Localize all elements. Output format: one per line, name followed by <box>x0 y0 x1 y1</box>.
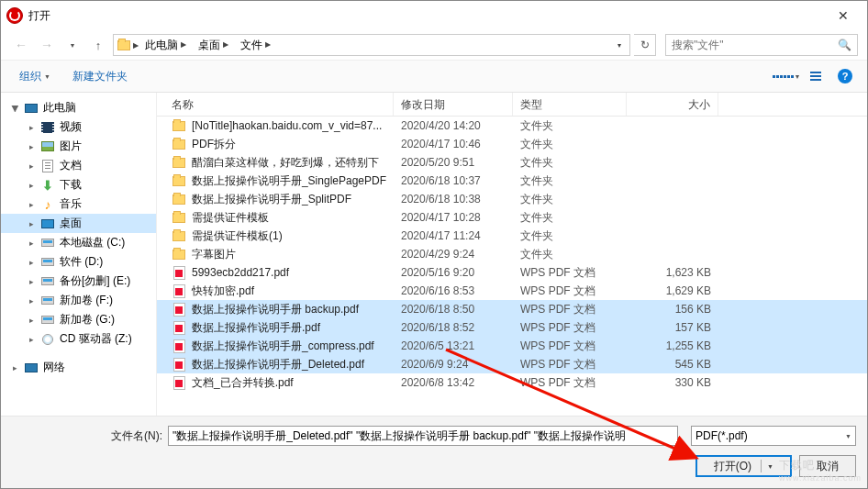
file-date: 2020/4/17 10:46 <box>394 138 513 150</box>
sidebar-item-label: 下载 <box>60 177 82 193</box>
sidebar-item[interactable]: ▸本地磁盘 (C:) <box>1 233 156 252</box>
filename-input[interactable] <box>168 426 678 446</box>
close-button[interactable]: ✕ <box>825 3 862 28</box>
folder-icon <box>172 192 186 206</box>
twisty-icon[interactable]: ▸ <box>27 200 36 209</box>
file-row[interactable]: 字幕图片2020/4/29 9:24文件夹 <box>157 245 867 263</box>
sidebar-item[interactable]: ▸⬇下载 <box>1 175 156 194</box>
pdf-icon <box>172 320 186 335</box>
sidebar-item[interactable]: ▸CD 驱动器 (Z:) <box>1 329 156 349</box>
twisty-icon[interactable]: ▸ <box>27 296 36 306</box>
sidebar-item[interactable]: ▸视频 <box>1 117 156 137</box>
sidebar-network[interactable]: ▸ 网络 <box>1 358 156 377</box>
file-pane: 名称 修改日期 类型 大小 [NoTitle]haokan.baidu.com_… <box>157 93 867 416</box>
sidebar-item[interactable]: ▸图片 <box>1 137 156 156</box>
newfolder-button[interactable]: 新建文件夹 <box>63 65 137 88</box>
twisty-icon[interactable]: ▸ <box>27 123 36 132</box>
file-row[interactable]: 数据上报操作说明手册 backup.pdf2020/6/18 8:50WPS P… <box>157 300 867 318</box>
header-date[interactable]: 修改日期 <box>394 93 513 116</box>
sidebar-thispc[interactable]: ⯆ 此电脑 <box>1 98 156 117</box>
file-date: 2020/4/17 11:24 <box>394 229 513 242</box>
sidebar-item[interactable]: ▸备份[勿删] (E:) <box>1 272 156 291</box>
sidebar-item[interactable]: ▸桌面 <box>1 214 156 233</box>
twisty-icon[interactable]: ▸ <box>27 335 36 344</box>
breadcrumb-seg[interactable]: 此电脑▶ <box>139 35 192 55</box>
refresh-button[interactable]: ↻ <box>634 34 656 56</box>
search-box[interactable]: 🔍 <box>665 34 858 56</box>
help-button[interactable]: ? <box>832 65 858 87</box>
file-row[interactable]: 数据上报操作说明手册_SinglePagePDF2020/6/18 10:37文… <box>157 172 867 190</box>
twisty-icon[interactable]: ▸ <box>27 161 36 171</box>
file-row[interactable]: 需提供证件模板(1)2020/4/17 11:24文件夹 <box>157 227 867 245</box>
breadcrumb-dropdown[interactable]: ▾ <box>611 41 628 50</box>
details-pane-button[interactable] <box>803 65 829 87</box>
file-type: 文件夹 <box>513 210 627 226</box>
file-name: 数据上报操作说明手册 backup.pdf <box>192 302 359 317</box>
file-date: 2020/6/5 13:21 <box>394 339 513 352</box>
file-row[interactable]: 快转加密.pdf2020/6/16 8:53WPS PDF 文档1,629 KB <box>157 282 867 300</box>
sidebar-item[interactable]: ▸新加卷 (F:) <box>1 291 156 310</box>
twisty-icon[interactable]: ▸ <box>27 316 36 325</box>
drive-icon <box>40 236 55 250</box>
twisty-icon[interactable]: ▸ <box>27 277 36 286</box>
sidebar-item[interactable]: ▸♪音乐 <box>1 194 156 214</box>
twisty-icon[interactable]: ▸ <box>27 239 36 248</box>
folder-icon <box>172 118 186 133</box>
breadcrumb[interactable]: ▶ 此电脑▶ 桌面▶ 文件▶ ▾ <box>113 34 630 56</box>
file-name: 数据上报操作说明手册_SplitPDF <box>192 192 351 207</box>
forward-button[interactable]: → <box>36 34 58 56</box>
pdf-icon <box>172 302 186 317</box>
app-icon <box>6 7 23 24</box>
file-row[interactable]: 数据上报操作说明手册_SplitPDF2020/6/18 10:38文件夹 <box>157 190 867 208</box>
file-size: 1,255 KB <box>627 339 718 352</box>
open-button[interactable]: 打开(O)▼ <box>696 455 792 477</box>
sidebar-item[interactable]: ▸新加卷 (G:) <box>1 310 156 329</box>
breadcrumb-seg[interactable]: 桌面▶ <box>193 35 234 55</box>
file-date: 2020/6/18 8:50 <box>394 303 513 316</box>
file-row[interactable]: 需提供证件模板2020/4/17 10:28文件夹 <box>157 208 867 227</box>
file-row[interactable]: 5993ecb2dd217.pdf2020/5/16 9:20WPS PDF 文… <box>157 263 867 282</box>
sidebar-item-label: 本地磁盘 (C:) <box>60 235 125 250</box>
up-button[interactable]: ↑ <box>87 34 109 56</box>
file-row[interactable]: 数据上报操作说明手册.pdf2020/6/18 8:52WPS PDF 文档15… <box>157 318 867 337</box>
twisty-icon[interactable]: ▸ <box>27 142 36 151</box>
toolbar: 组织 ▼ 新建文件夹 ▼ ? <box>1 60 867 93</box>
file-list[interactable]: [NoTitle]haokan.baidu.com_v_vid=87...202… <box>157 117 867 416</box>
header-size[interactable]: 大小 <box>627 93 718 116</box>
sidebar-item[interactable]: ▸文档 <box>1 156 156 175</box>
filetype-select[interactable]: PDF(*.pdf) ▼ <box>691 426 856 446</box>
twisty-icon[interactable]: ▸ <box>27 181 36 190</box>
folder-icon <box>172 228 186 243</box>
chevron-icon[interactable]: ▶ <box>133 41 139 50</box>
network-icon <box>24 361 39 375</box>
sidebar-label: 此电脑 <box>43 100 76 116</box>
search-input[interactable] <box>672 39 834 51</box>
breadcrumb-seg[interactable]: 文件▶ <box>235 35 276 55</box>
file-row[interactable]: 数据上报操作说明手册_compress.pdf2020/6/5 13:21WPS… <box>157 337 867 355</box>
file-row[interactable]: 醋溜白菜这样做，好吃到爆，还特别下2020/5/20 9:51文件夹 <box>157 153 867 172</box>
file-date: 2020/6/18 8:52 <box>394 321 513 334</box>
file-row[interactable]: 文档_已合并转换.pdf2020/6/8 13:42WPS PDF 文档330 … <box>157 373 867 392</box>
twisty-icon[interactable]: ⯆ <box>10 104 19 113</box>
recent-dropdown[interactable]: ▼ <box>61 34 83 56</box>
file-name: 醋溜白菜这样做，好吃到爆，还特别下 <box>192 155 379 171</box>
twisty-icon[interactable]: ▸ <box>27 258 36 267</box>
folder-icon <box>172 210 186 225</box>
file-row[interactable]: 数据上报操作说明手册_Deleted.pdf2020/6/9 9:24WPS P… <box>157 355 867 373</box>
cd-icon <box>40 332 55 347</box>
header-name[interactable]: 名称 <box>164 93 394 116</box>
file-name: 文档_已合并转换.pdf <box>192 375 294 391</box>
back-button[interactable]: ← <box>10 34 32 56</box>
file-name: 数据上报操作说明手册_compress.pdf <box>192 339 374 354</box>
header-type[interactable]: 类型 <box>513 93 627 116</box>
sidebar-item[interactable]: ▸软件 (D:) <box>1 252 156 272</box>
view-button[interactable]: ▼ <box>773 65 799 87</box>
twisty-icon[interactable]: ▸ <box>10 363 19 372</box>
folder-icon <box>172 137 186 151</box>
file-row[interactable]: PDF拆分2020/4/17 10:46文件夹 <box>157 135 867 153</box>
twisty-icon[interactable]: ▸ <box>27 219 36 228</box>
pdf-icon <box>172 357 186 372</box>
filename-label: 文件名(N): <box>12 428 162 444</box>
organize-button[interactable]: 组织 ▼ <box>10 65 60 88</box>
file-row[interactable]: [NoTitle]haokan.baidu.com_v_vid=87...202… <box>157 117 867 135</box>
